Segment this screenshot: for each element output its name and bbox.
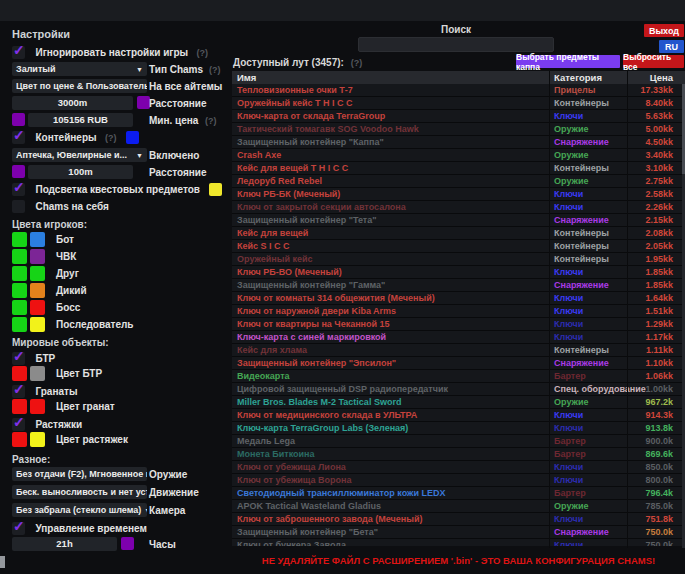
- table-row[interactable]: Ключ-карта с синей маркировкойКлючи1.17k…: [232, 331, 685, 344]
- ignore-game-settings-checkbox[interactable]: [12, 46, 25, 59]
- table-row[interactable]: Ключ от бункера ЗаводаКлючи750.0k: [232, 539, 685, 546]
- table-row[interactable]: Ключ от наружной двери Kiba ArmsКлючи1.5…: [232, 305, 685, 318]
- table-row[interactable]: Медаль LegaБартер900.0k: [232, 435, 685, 448]
- btr-color-swatch-2[interactable]: [30, 366, 45, 381]
- table-row[interactable]: Ключ-карта TerraGroup Labs (Зеленая)Ключ…: [232, 422, 685, 435]
- grenade-color-swatch-2[interactable]: [30, 399, 45, 414]
- quest-highlight-color-swatch[interactable]: [209, 183, 222, 196]
- camera-dropdown[interactable]: Без забрала (стекло шлема) ▼: [12, 503, 147, 517]
- table-row[interactable]: Кейс для хламаКонтейнеры1.11kk: [232, 344, 685, 357]
- containers-mode-dropdown[interactable]: Аптечка, Ювелирные и... ▼: [12, 148, 147, 162]
- player-color-swatch-1[interactable]: [12, 300, 27, 315]
- movement-dropdown[interactable]: Беск. выносливость и нет уста ▼: [12, 485, 147, 499]
- player-color-swatch-2[interactable]: [30, 317, 45, 332]
- panel-handle[interactable]: [0, 556, 5, 568]
- search-input[interactable]: [358, 37, 554, 52]
- table-row[interactable]: Ключ-карта от склада TerraGroupКлючи5.63…: [232, 110, 685, 123]
- search-label: Поиск: [358, 24, 554, 35]
- min-price-input[interactable]: 105156 RUB: [28, 113, 133, 127]
- table-row[interactable]: Ключ от убежища ЛионаКлючи850.0k: [232, 461, 685, 474]
- table-row[interactable]: Ключ РБ-ВО (Меченый)Ключи1.85kk: [232, 266, 685, 279]
- item-name: Оружейный кейс T H I C C: [237, 98, 353, 108]
- hours-color-swatch[interactable]: [121, 537, 134, 550]
- table-row[interactable]: Защищенный контейнер "Каппа"Снаряжение4.…: [232, 136, 685, 149]
- table-row[interactable]: Защищенный контейнер "Тета"Снаряжение2.1…: [232, 214, 685, 227]
- table-row[interactable]: Ключ РБ-БК (Меченый)Ключи2.58kk: [232, 188, 685, 201]
- item-category: Снаряжение: [554, 527, 609, 537]
- apply-mode-dropdown[interactable]: Цвет по цене & Пользователь ▼: [12, 79, 147, 93]
- weapon-dropdown[interactable]: Без отдачи (F2), Мгновенное п ▼: [12, 467, 147, 481]
- table-row[interactable]: ВидеокартаБартер1.06kk: [232, 370, 685, 383]
- player-color-swatch-2[interactable]: [30, 283, 45, 298]
- containers-color-swatch[interactable]: [126, 131, 139, 144]
- table-row[interactable]: Ключ от заброшенного завода (Меченый)Клю…: [232, 513, 685, 526]
- table-row[interactable]: Тепловизионные очки Т-7Прицелы17.33kk: [232, 84, 685, 97]
- min-price-color-swatch[interactable]: [12, 113, 25, 126]
- player-color-swatch-2[interactable]: [30, 232, 45, 247]
- table-row[interactable]: Ключ от комнаты 314 общежития (Меченый)К…: [232, 292, 685, 305]
- player-color-swatch-1[interactable]: [12, 266, 27, 281]
- table-row[interactable]: Тактический томагавк SOG Voodoo HawkОруж…: [232, 123, 685, 136]
- table-row[interactable]: Оружейный кейс T H I C CКонтейнеры8.40kk: [232, 97, 685, 110]
- apply-mode-label: На все айтемы: [149, 81, 222, 92]
- table-row[interactable]: Кейс для вещейКонтейнеры2.08kk: [232, 227, 685, 240]
- column-header-name[interactable]: Имя: [237, 72, 256, 83]
- table-row[interactable]: Ключ от медицинского склада в УЛЬТРАКлюч…: [232, 409, 685, 422]
- table-row[interactable]: Монета БиткоинаБартер869.6k: [232, 448, 685, 461]
- table-row[interactable]: Цифровой защищенный DSP радиопередатчикС…: [232, 383, 685, 396]
- containers-distance-color-swatch[interactable]: [12, 165, 25, 178]
- table-row[interactable]: Ключ от квартиры на Чеканной 15Ключи1.29…: [232, 318, 685, 331]
- containers-distance-input[interactable]: 100m: [28, 165, 133, 179]
- player-color-swatch-1[interactable]: [12, 249, 27, 264]
- table-row[interactable]: Защищенный контейнер "Эпсилон"Снаряжение…: [232, 357, 685, 370]
- table-row[interactable]: Светодиодный трансиллюминатор кожи LEDXБ…: [232, 487, 685, 500]
- column-header-price[interactable]: Цена: [650, 72, 673, 83]
- player-color-swatch-2[interactable]: [30, 249, 45, 264]
- table-row[interactable]: Miller Bros. Blades M-2 Tactical SwordОр…: [232, 396, 685, 409]
- player-color-swatch-2[interactable]: [30, 266, 45, 281]
- table-row[interactable]: Ключ от убежища ВоронаКлючи800.0k: [232, 474, 685, 487]
- player-color-swatch-1[interactable]: [12, 317, 27, 332]
- table-row[interactable]: Ледоруб Red RebelОружие2.75kk: [232, 175, 685, 188]
- player-color-swatch-1[interactable]: [12, 283, 27, 298]
- hint-icon[interactable]: (?): [209, 65, 221, 75]
- column-header-category[interactable]: Категория: [554, 72, 602, 83]
- table-row[interactable]: APOK Tactical Wasteland GladiusОружие785…: [232, 500, 685, 513]
- exit-button[interactable]: Выход: [644, 24, 684, 37]
- select-kappa-items-button[interactable]: Выбрать предметы каппа: [516, 55, 620, 68]
- btr-checkbox[interactable]: [12, 352, 25, 365]
- grenades-checkbox[interactable]: [12, 385, 25, 398]
- grenade-color-swatch-1[interactable]: [12, 399, 27, 414]
- drop-all-button[interactable]: Выбросить все: [623, 55, 684, 68]
- time-control-checkbox[interactable]: [12, 522, 25, 535]
- tripwire-color-swatch-1[interactable]: [12, 432, 27, 447]
- hours-input[interactable]: 21h: [12, 537, 117, 551]
- tripwire-color-swatch-2[interactable]: [30, 432, 45, 447]
- table-row[interactable]: Защищенный контейнер "Гамма"Снаряжение1.…: [232, 279, 685, 292]
- table-row[interactable]: Ключ от закрытой секции автосалонаКлючи2…: [232, 201, 685, 214]
- item-category: Контейнеры: [554, 98, 609, 108]
- table-row[interactable]: Оружейный кейсКонтейнеры1.95kk: [232, 253, 685, 266]
- hint-icon[interactable]: (?): [197, 48, 209, 58]
- table-header: Имя Категория Цена: [232, 71, 685, 84]
- hint-icon[interactable]: (?): [105, 133, 117, 143]
- btr-color-swatch-1[interactable]: [12, 366, 27, 381]
- table-row[interactable]: Кейс для вещей T H I C CКонтейнеры3.10kk: [232, 162, 685, 175]
- distance-input[interactable]: 3000m: [12, 96, 133, 110]
- hint-icon[interactable]: (?): [205, 116, 217, 126]
- self-chams-checkbox[interactable]: [12, 200, 25, 213]
- table-row[interactable]: Кейс S I C CКонтейнеры2.05kk: [232, 240, 685, 253]
- item-category: Контейнеры: [554, 254, 609, 264]
- containers-checkbox[interactable]: [12, 131, 25, 144]
- item-name: Медаль Lega: [237, 436, 295, 446]
- table-row[interactable]: Защищенный контейнер "Бета"Снаряжение750…: [232, 526, 685, 539]
- hint-icon[interactable]: (?): [351, 58, 363, 68]
- distance-label: Расстояние: [149, 98, 207, 109]
- item-category: Оружие: [554, 397, 588, 407]
- player-color-swatch-1[interactable]: [12, 232, 27, 247]
- player-color-swatch-2[interactable]: [30, 300, 45, 315]
- table-row[interactable]: Crash AxeОружие3.40kk: [232, 149, 685, 162]
- chams-type-dropdown[interactable]: Залитый ▼: [12, 62, 147, 76]
- quest-highlight-checkbox[interactable]: [12, 183, 25, 196]
- tripwires-checkbox[interactable]: [12, 418, 25, 431]
